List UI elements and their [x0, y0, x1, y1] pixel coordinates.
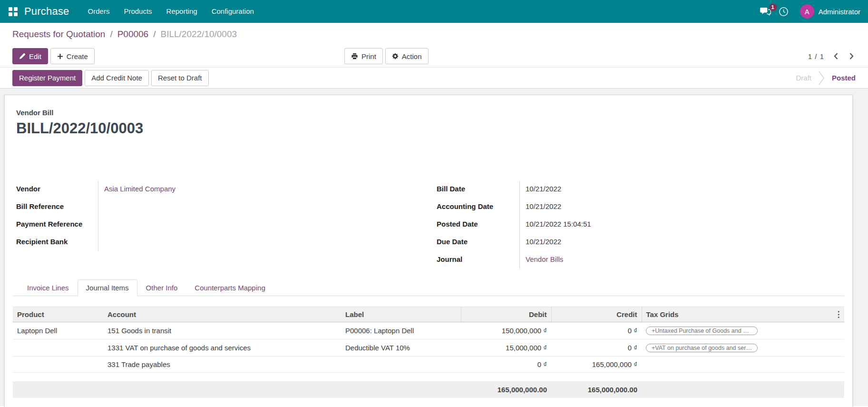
- cell-label: [341, 357, 461, 373]
- menu-products[interactable]: Products: [117, 0, 159, 23]
- col-header-credit[interactable]: Credit: [551, 307, 642, 322]
- cell-account: 1331 VAT on purchase of goods and servic…: [103, 339, 341, 357]
- gear-icon: [392, 53, 399, 60]
- create-button[interactable]: Create: [50, 48, 95, 64]
- cell-debit: 15,000,000 ₫: [461, 339, 551, 357]
- field-bill-reference: Bill Reference: [16, 199, 419, 216]
- tab-counterparts-mapping[interactable]: Counterparts Mapping: [186, 279, 273, 296]
- cell-debit: 0 ₫: [461, 357, 551, 373]
- pager-count: 1 / 1: [808, 52, 824, 60]
- field-recipient-bank: Recipient Bank: [16, 234, 419, 251]
- cell-debit: 150,000,000 ₫: [461, 322, 551, 339]
- activities-clock-icon[interactable]: [775, 4, 792, 20]
- bill-reference-value: [98, 199, 419, 216]
- field-bill-date: Bill Date 10/21/2022: [437, 181, 844, 199]
- vendor-bill-sheet: Vendor Bill BILL/2022/10/0003 Vendor Asi…: [4, 95, 853, 407]
- journal-item-row[interactable]: 1331 VAT on purchase of goods and servic…: [13, 339, 844, 357]
- pager-next-icon[interactable]: [848, 51, 856, 61]
- cell-product: Laptopn Dell: [13, 322, 103, 339]
- menu-configuration[interactable]: Configuration: [205, 0, 261, 23]
- printer-icon: [351, 53, 358, 60]
- table-header-row: Product Account Label Debit Credit Tax G…: [13, 307, 844, 322]
- breadcrumb-separator: /: [153, 29, 156, 40]
- cell-product: [13, 357, 103, 373]
- control-panel: Edit Create Print Action 1 / 1: [0, 45, 868, 67]
- accounting-date-value: 10/21/2022: [519, 199, 844, 216]
- journal-item-row[interactable]: Laptopn Dell 151 Goods in transit P00006…: [13, 322, 844, 339]
- state-widget: Draft Posted: [796, 71, 856, 85]
- tax-grid-badge: +Untaxed Purchase of Goods and S…: [646, 327, 758, 335]
- reset-to-draft-button[interactable]: Reset to Draft: [151, 70, 209, 86]
- user-name[interactable]: Administrator: [819, 8, 860, 16]
- plus-icon: [57, 53, 63, 60]
- recipient-bank-value: [98, 234, 419, 251]
- journal-item-row[interactable]: 331 Trade payables 0 ₫ 165,000,000 ₫: [13, 357, 844, 373]
- cell-account: 331 Trade payables: [103, 357, 341, 373]
- journal-link[interactable]: Vendor Bills: [526, 255, 563, 263]
- field-journal: Journal Vendor Bills: [437, 251, 844, 269]
- cell-credit: 0 ₫: [551, 339, 642, 357]
- bill-date-value: 10/21/2022: [519, 181, 844, 199]
- add-credit-note-button[interactable]: Add Credit Note: [85, 70, 149, 86]
- statusbar: Register Payment Add Credit Note Reset t…: [0, 67, 868, 89]
- journal-items-table: Product Account Label Debit Credit Tax G…: [13, 307, 844, 398]
- edit-button[interactable]: Edit: [12, 48, 48, 64]
- form-view-background: Vendor Bill BILL/2022/10/0003 Vendor Asi…: [0, 89, 868, 406]
- top-navbar: Purchase Orders Products Reporting Confi…: [0, 0, 868, 23]
- cell-account: 151 Goods in transit: [103, 322, 341, 339]
- cell-product: [13, 339, 103, 357]
- vendor-link[interactable]: Asia Limited Company: [104, 185, 176, 193]
- totals-row: 165,000,000.00 165,000,000.00: [13, 381, 844, 398]
- col-header-label[interactable]: Label: [341, 307, 461, 322]
- breadcrumb-requests-for-quotation[interactable]: Requests for Quotation: [12, 29, 105, 40]
- form-fields: Vendor Asia Limited Company Bill Referen…: [13, 181, 844, 269]
- col-header-tax-grids[interactable]: Tax Grids: [642, 307, 833, 322]
- document-name: BILL/2022/10/0003: [16, 120, 844, 137]
- tab-journal-items[interactable]: Journal Items: [78, 279, 137, 296]
- state-draft[interactable]: Draft: [796, 74, 811, 82]
- breadcrumb-p00006[interactable]: P00006: [117, 29, 149, 40]
- cell-credit: 165,000,000 ₫: [551, 357, 642, 373]
- action-button[interactable]: Action: [385, 48, 429, 64]
- fields-left-column: Vendor Asia Limited Company Bill Referen…: [16, 181, 419, 269]
- breadcrumb: Requests for Quotation / P00006 / BILL/2…: [0, 23, 868, 45]
- optional-columns-kebab-icon[interactable]: ⋮: [833, 307, 844, 322]
- field-due-date: Due Date 10/21/2022: [437, 234, 844, 251]
- col-header-product[interactable]: Product: [13, 307, 103, 322]
- document-type-label: Vendor Bill: [16, 109, 844, 117]
- breadcrumb-current: BILL/2022/10/0003: [160, 29, 237, 40]
- tab-invoice-lines[interactable]: Invoice Lines: [19, 279, 78, 296]
- state-posted[interactable]: Posted: [832, 74, 856, 82]
- tax-grid-badge: +VAT on purchase of goods and ser…: [646, 344, 758, 352]
- field-payment-reference: Payment Reference: [16, 216, 419, 234]
- fields-right-column: Bill Date 10/21/2022 Accounting Date 10/…: [437, 181, 844, 269]
- apps-grid-icon[interactable]: [9, 7, 18, 16]
- empty-row: [13, 373, 844, 381]
- menu-reporting[interactable]: Reporting: [159, 0, 205, 23]
- total-debit: 165,000,000.00: [461, 381, 551, 398]
- print-button[interactable]: Print: [344, 48, 383, 64]
- due-date-value: 10/21/2022: [519, 234, 844, 251]
- tab-other-info[interactable]: Other Info: [137, 279, 186, 296]
- user-avatar[interactable]: A: [800, 4, 814, 19]
- register-payment-button[interactable]: Register Payment: [12, 70, 82, 86]
- messages-icon[interactable]: 1: [756, 4, 775, 19]
- pager-previous-icon[interactable]: [832, 51, 840, 61]
- state-chevron-icon: [819, 71, 825, 85]
- field-vendor: Vendor Asia Limited Company: [16, 181, 419, 199]
- col-header-debit[interactable]: Debit: [461, 307, 551, 322]
- cell-label: P00006: Laptopn Dell: [341, 322, 461, 339]
- field-accounting-date: Accounting Date 10/21/2022: [437, 199, 844, 216]
- pencil-icon: [19, 53, 26, 60]
- app-name[interactable]: Purchase: [24, 5, 69, 18]
- cell-credit: 0 ₫: [551, 322, 642, 339]
- notebook-tabs: Invoice Lines Journal Items Other Info C…: [13, 279, 844, 296]
- topbar-right: 1 A Administrator: [756, 4, 860, 20]
- pager: 1 / 1: [808, 51, 856, 61]
- menu-orders[interactable]: Orders: [81, 0, 117, 23]
- payment-reference-value: [98, 216, 419, 234]
- total-credit: 165,000,000.00: [551, 381, 642, 398]
- breadcrumb-separator: /: [110, 29, 112, 40]
- col-header-account[interactable]: Account: [103, 307, 341, 322]
- posted-date-value: 10/21/2022 15:04:51: [519, 216, 844, 234]
